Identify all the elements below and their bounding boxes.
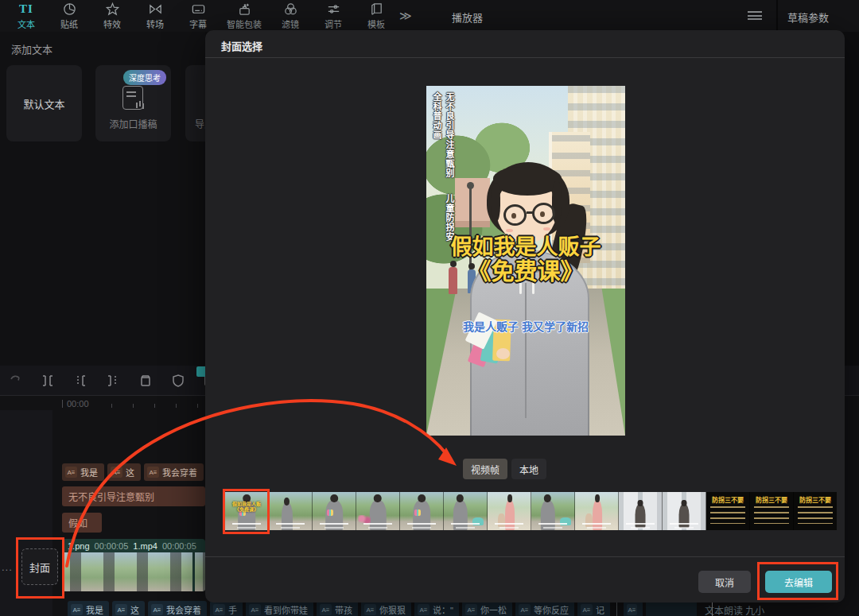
divider [205,556,845,557]
text-clip-icon: A≡ [71,604,83,615]
text-clip-icon: A≡ [581,604,593,615]
frame-text-lines [798,506,833,524]
text-media-panel: 添加文本 默认文本 深度思考 添加口播稿 导入 [0,32,205,366]
delete-icon[interactable] [137,372,154,389]
caption-clip[interactable]: A≡看到你带娃 [246,601,313,616]
filmstrip-frame[interactable]: 假如我是人贩《免费课》 [225,492,269,530]
girl-eye [540,211,545,217]
video-clip[interactable] [62,552,192,591]
default-text-card[interactable]: 默认文本 [6,65,82,141]
panel-divider [776,0,778,32]
filmstrip-frame[interactable] [619,492,663,530]
shield-icon[interactable] [169,372,187,389]
filmstrip-frame[interactable] [663,492,706,530]
caption-clip[interactable]: A≡你狠狠 [361,601,411,616]
more-tools-chevron-icon[interactable]: ≫ [399,9,410,23]
hoodie-zipper [525,283,527,418]
trim-left-icon[interactable] [72,372,89,389]
frame-caption-lines [667,523,701,529]
filmstrip-frame[interactable] [575,492,619,530]
caption-clip[interactable]: A≡我会穿着 [144,463,204,481]
text-clip-icon: A≡ [65,467,77,478]
caption-text: 你一松 [480,603,507,616]
caption-clip[interactable]: A≡ [624,601,643,616]
deep-think-badge: 深度思考 [123,70,166,85]
filmstrip-frame[interactable] [269,492,313,530]
frame-caption-lines [404,523,438,529]
text-icon: TI [19,2,33,17]
filmstrip-frame[interactable] [356,492,400,530]
text-clip-icon: A≡ [213,604,225,615]
filmstrip-frame[interactable] [313,492,356,530]
more-dots[interactable]: ... [2,561,13,573]
tab-video-frame[interactable]: 视频帧 [463,459,507,479]
caption-text: 我是 [86,603,103,616]
video-track[interactable]: 1.png00:00:051.mp400:00:05 [62,539,205,591]
filmstrip-frame[interactable]: 防拐三不要 [706,492,750,530]
toolbar-item-text[interactable]: TI文本 [5,0,48,32]
filmstrip-frame[interactable] [531,492,575,530]
toolbar-item-template[interactable]: 模板 [355,0,398,32]
toolbar-item-label: 滤镜 [282,17,299,30]
frame-caption-lines [317,523,351,529]
cover-select-modal: 封面选择 [205,30,845,602]
caption-clip[interactable]: A≡这 [112,601,145,616]
frame-caption-lines [360,523,395,529]
text-clip[interactable]: 假如 [62,513,102,533]
filmstrip-frame[interactable]: 防拐三不要 [750,492,794,530]
undo-icon[interactable] [6,372,24,389]
caption-clip[interactable] [646,601,697,616]
caption-clip[interactable]: A≡你一松 [462,601,512,616]
toolbar-item-label: 模板 [367,17,385,30]
toolbar-item-captions[interactable]: 字幕 [177,0,220,32]
toolbar-item-sticker[interactable]: 贴纸 [48,0,91,32]
cover-button[interactable]: 封面 [21,548,58,585]
trim-right-icon[interactable] [104,372,122,389]
ruler-timecode: 00:00 [67,399,89,409]
caption-clip[interactable]: A≡带孩 [317,601,358,616]
caption-clip[interactable]: A≡手 [210,601,243,616]
caption-text: 我会穿着 [162,466,197,478]
caption-text: 看到你带娃 [264,603,308,616]
caption-clip[interactable]: A≡我是 [68,601,109,616]
toolbar-item-filter[interactable]: 滤镜 [269,0,312,32]
smartpack-icon [237,2,252,17]
caption-clip[interactable]: A≡我会穿着 [148,601,207,616]
filmstrip-frame[interactable] [400,492,444,530]
cancel-button[interactable]: 取消 [698,571,751,593]
filmstrip-frame[interactable] [444,492,488,530]
text-clip-icon: A≡ [519,604,531,615]
filmstrip-frame[interactable] [488,492,531,530]
card-label: 默认文本 [6,65,82,141]
track-gutter [0,410,52,616]
caption-clip[interactable]: A≡说：" [414,601,459,616]
cover-title-line1: 假如我是人贩子 [426,235,625,259]
text-clip[interactable]: 无不良引导注意甄别 [62,486,205,506]
split-icon[interactable] [39,372,56,389]
add-voiceover-card[interactable]: 深度思考 添加口播稿 [95,65,171,141]
toolbar-item-effects[interactable]: 特效 [91,0,134,32]
toolbar-item-adjust[interactable]: 调节 [312,0,355,32]
caption-text: 说：" [433,603,453,616]
menu-icon[interactable] [748,11,762,20]
disclaimer-line: 无不良引导注意甄别 [445,92,454,178]
caption-clip[interactable]: A≡我是 [62,463,104,481]
caption-clip[interactable]: A≡这 [107,463,141,481]
go-edit-button[interactable]: 去编辑 [765,571,832,593]
toolbar-item-label: 贴纸 [60,17,78,30]
glasses-bridge [527,211,533,214]
filmstrip-frame[interactable]: 防拐三不要 [794,492,837,530]
video-editor-app: TI文本贴纸特效转场字幕智能包装滤镜调节模板 ≫ 播放器 草稿参数 添加文本 默… [0,0,859,616]
text-clip-icon: A≡ [465,604,477,615]
text-clip-icon: A≡ [111,467,122,478]
caption-clip[interactable]: A≡等你反应 [515,601,574,616]
frame-detail [327,509,333,517]
clip-filename: 1.mp4 [133,541,157,551]
tab-local[interactable]: 本地 [511,459,546,479]
toolbar-item-transition[interactable]: 转场 [134,0,177,32]
caption-clip[interactable]: A≡记 [577,601,610,616]
transition-icon [148,2,163,17]
modal-title: 封面选择 [221,38,262,53]
video-clip[interactable] [195,552,205,591]
toolbar-item-smartpack[interactable]: 智能包装 [220,0,269,32]
